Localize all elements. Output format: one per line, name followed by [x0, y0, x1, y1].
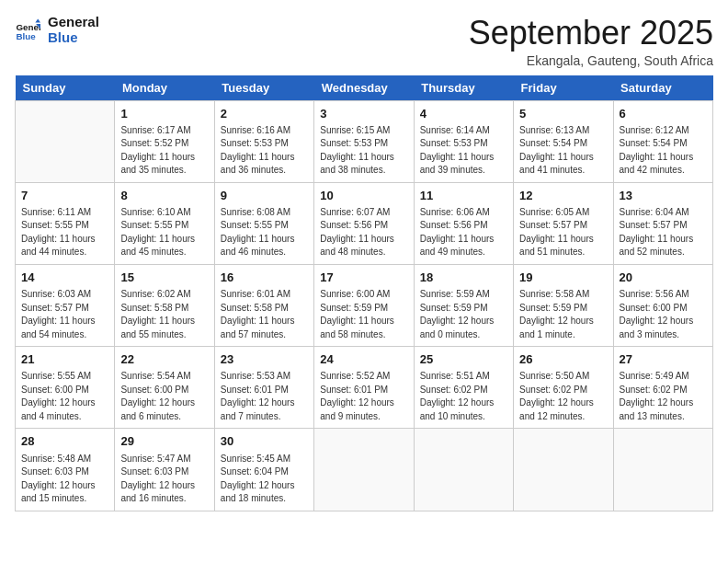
logo-general: General [48, 15, 99, 30]
header-day-thursday: Thursday [414, 75, 513, 101]
day-info: Sunrise: 5:50 AMSunset: 6:02 PMDaylight:… [519, 370, 607, 423]
day-info: Sunrise: 6:15 AMSunset: 5:53 PMDaylight:… [320, 124, 407, 178]
day-number: 8 [120, 188, 208, 204]
day-info: Sunrise: 5:53 AMSunset: 6:01 PMDaylight:… [221, 370, 308, 423]
week-row-2: 7Sunrise: 6:11 AMSunset: 5:55 PMDaylight… [16, 182, 713, 264]
day-info: Sunrise: 6:11 AMSunset: 5:55 PMDaylight:… [21, 206, 108, 259]
calendar-cell: 7Sunrise: 6:11 AMSunset: 5:55 PMDaylight… [16, 182, 115, 264]
calendar-cell: 26Sunrise: 5:50 AMSunset: 6:02 PMDayligh… [514, 347, 613, 429]
calendar-cell: 18Sunrise: 5:59 AMSunset: 5:59 PMDayligh… [414, 264, 513, 346]
day-info: Sunrise: 6:17 AMSunset: 5:52 PMDaylight:… [120, 124, 208, 178]
calendar-cell: 24Sunrise: 5:52 AMSunset: 6:01 PMDayligh… [314, 347, 414, 429]
logo-blue: Blue [48, 30, 99, 46]
week-row-4: 21Sunrise: 5:55 AMSunset: 6:00 PMDayligh… [16, 347, 713, 429]
day-number: 25 [420, 351, 507, 368]
calendar-cell [514, 429, 613, 511]
week-row-5: 28Sunrise: 5:48 AMSunset: 6:03 PMDayligh… [16, 429, 713, 511]
calendar-cell: 25Sunrise: 5:51 AMSunset: 6:02 PMDayligh… [414, 347, 513, 429]
title-block: September 2025 Ekangala, Gauteng, South … [469, 15, 713, 68]
week-row-3: 14Sunrise: 6:03 AMSunset: 5:57 PMDayligh… [16, 264, 713, 346]
day-info: Sunrise: 6:00 AMSunset: 5:59 PMDaylight:… [320, 288, 407, 341]
calendar-cell: 1Sunrise: 6:17 AMSunset: 5:52 PMDaylight… [115, 100, 214, 182]
location-subtitle: Ekangala, Gauteng, South Africa [469, 53, 713, 68]
calendar-cell: 11Sunrise: 6:06 AMSunset: 5:56 PMDayligh… [414, 182, 513, 264]
day-info: Sunrise: 6:01 AMSunset: 5:58 PMDaylight:… [221, 288, 308, 341]
day-number: 28 [21, 433, 108, 450]
day-number: 4 [420, 106, 507, 122]
calendar-cell: 9Sunrise: 6:08 AMSunset: 5:55 PMDaylight… [214, 182, 313, 264]
calendar-cell: 16Sunrise: 6:01 AMSunset: 5:58 PMDayligh… [214, 264, 313, 346]
day-info: Sunrise: 6:08 AMSunset: 5:55 PMDaylight:… [221, 206, 308, 259]
day-number: 16 [221, 270, 308, 286]
day-number: 21 [21, 351, 108, 368]
header-row: SundayMondayTuesdayWednesdayThursdayFrid… [16, 75, 713, 101]
svg-marker-2 [35, 18, 40, 22]
day-number: 20 [620, 270, 707, 286]
calendar-cell: 5Sunrise: 6:13 AMSunset: 5:54 PMDaylight… [514, 100, 613, 182]
calendar-cell: 29Sunrise: 5:47 AMSunset: 6:03 PMDayligh… [115, 429, 214, 511]
day-number: 26 [519, 351, 607, 368]
header-day-saturday: Saturday [613, 75, 712, 101]
day-number: 24 [320, 351, 407, 368]
day-info: Sunrise: 5:48 AMSunset: 6:03 PMDaylight:… [21, 453, 108, 506]
calendar-cell: 21Sunrise: 5:55 AMSunset: 6:00 PMDayligh… [16, 347, 115, 429]
day-info: Sunrise: 5:45 AMSunset: 6:04 PMDaylight:… [221, 453, 308, 506]
calendar-body: 1Sunrise: 6:17 AMSunset: 5:52 PMDaylight… [16, 100, 713, 511]
day-info: Sunrise: 6:14 AMSunset: 5:53 PMDaylight:… [420, 124, 507, 178]
calendar-cell: 30Sunrise: 5:45 AMSunset: 6:04 PMDayligh… [214, 429, 313, 511]
calendar-cell: 12Sunrise: 6:05 AMSunset: 5:57 PMDayligh… [514, 182, 613, 264]
day-info: Sunrise: 5:58 AMSunset: 5:59 PMDaylight:… [519, 288, 607, 341]
day-number: 9 [221, 188, 308, 204]
day-number: 3 [320, 106, 407, 122]
day-number: 10 [320, 188, 407, 204]
header-day-tuesday: Tuesday [214, 75, 313, 101]
header-day-friday: Friday [514, 75, 613, 101]
logo-icon: General Blue [15, 17, 40, 43]
day-number: 5 [519, 106, 607, 122]
header-day-sunday: Sunday [16, 75, 115, 101]
week-row-1: 1Sunrise: 6:17 AMSunset: 5:52 PMDaylight… [16, 100, 713, 182]
calendar-cell [414, 429, 513, 511]
day-number: 14 [21, 270, 108, 286]
header-day-wednesday: Wednesday [314, 75, 414, 101]
calendar-cell: 2Sunrise: 6:16 AMSunset: 5:53 PMDaylight… [214, 100, 313, 182]
day-number: 18 [420, 270, 507, 286]
day-number: 30 [221, 433, 308, 450]
day-number: 17 [320, 270, 407, 286]
calendar-cell: 8Sunrise: 6:10 AMSunset: 5:55 PMDaylight… [115, 182, 214, 264]
day-number: 2 [221, 106, 308, 122]
calendar-table: SundayMondayTuesdayWednesdayThursdayFrid… [15, 75, 713, 511]
day-number: 1 [120, 106, 208, 122]
day-info: Sunrise: 6:10 AMSunset: 5:55 PMDaylight:… [120, 206, 208, 259]
calendar-cell: 6Sunrise: 6:12 AMSunset: 5:54 PMDaylight… [613, 100, 712, 182]
day-info: Sunrise: 6:05 AMSunset: 5:57 PMDaylight:… [519, 206, 607, 259]
calendar-cell: 13Sunrise: 6:04 AMSunset: 5:57 PMDayligh… [613, 182, 712, 264]
day-info: Sunrise: 5:51 AMSunset: 6:02 PMDaylight:… [420, 370, 507, 423]
day-info: Sunrise: 5:47 AMSunset: 6:03 PMDaylight:… [120, 453, 208, 506]
day-info: Sunrise: 5:55 AMSunset: 6:00 PMDaylight:… [21, 370, 108, 423]
day-number: 15 [120, 270, 208, 286]
day-number: 27 [620, 351, 707, 368]
day-info: Sunrise: 5:56 AMSunset: 6:00 PMDaylight:… [620, 288, 707, 341]
day-info: Sunrise: 6:16 AMSunset: 5:53 PMDaylight:… [221, 124, 308, 178]
header-day-monday: Monday [115, 75, 214, 101]
calendar-cell: 20Sunrise: 5:56 AMSunset: 6:00 PMDayligh… [613, 264, 712, 346]
calendar-cell: 28Sunrise: 5:48 AMSunset: 6:03 PMDayligh… [16, 429, 115, 511]
calendar-cell: 4Sunrise: 6:14 AMSunset: 5:53 PMDaylight… [414, 100, 513, 182]
calendar-cell: 19Sunrise: 5:58 AMSunset: 5:59 PMDayligh… [514, 264, 613, 346]
calendar-cell: 3Sunrise: 6:15 AMSunset: 5:53 PMDaylight… [314, 100, 414, 182]
calendar-cell: 14Sunrise: 6:03 AMSunset: 5:57 PMDayligh… [16, 264, 115, 346]
day-number: 29 [120, 433, 208, 450]
calendar-cell [613, 429, 712, 511]
day-info: Sunrise: 6:12 AMSunset: 5:54 PMDaylight:… [620, 124, 707, 178]
calendar-cell: 23Sunrise: 5:53 AMSunset: 6:01 PMDayligh… [214, 347, 313, 429]
day-info: Sunrise: 5:49 AMSunset: 6:02 PMDaylight:… [620, 370, 707, 423]
day-number: 6 [620, 106, 707, 122]
calendar-header: SundayMondayTuesdayWednesdayThursdayFrid… [16, 75, 713, 101]
calendar-cell: 15Sunrise: 6:02 AMSunset: 5:58 PMDayligh… [115, 264, 214, 346]
day-info: Sunrise: 6:04 AMSunset: 5:57 PMDaylight:… [620, 206, 707, 259]
day-info: Sunrise: 5:52 AMSunset: 6:01 PMDaylight:… [320, 370, 407, 423]
day-number: 12 [519, 188, 607, 204]
day-info: Sunrise: 6:03 AMSunset: 5:57 PMDaylight:… [21, 288, 108, 341]
day-info: Sunrise: 5:54 AMSunset: 6:00 PMDaylight:… [120, 370, 208, 423]
